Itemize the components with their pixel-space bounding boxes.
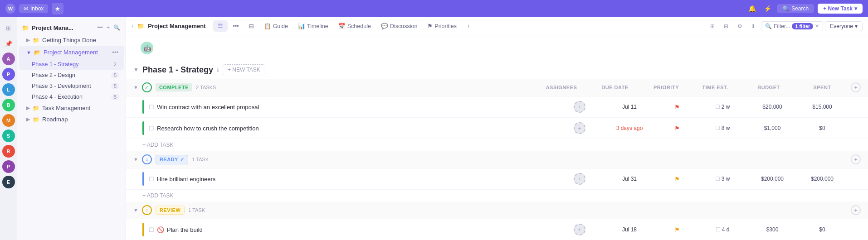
row-indicator: [142, 121, 144, 135]
bell-icon[interactable]: 🔔: [746, 3, 758, 14]
warning-icon: 🚫: [157, 226, 164, 233]
avatar-e[interactable]: E: [2, 176, 15, 188]
avatar-b[interactable]: B: [2, 99, 15, 111]
sidebar-item-phase3[interactable]: Phase 3 - Development 5: [19, 81, 124, 91]
search-button[interactable]: 🔍 Search: [777, 4, 814, 13]
sidebar: 📁 Project Mana... ••• + 🔍 ▶ 📁 Getting Th…: [17, 17, 126, 240]
avatar-m[interactable]: M: [2, 114, 15, 127]
task-time: ☐ 2 w: [697, 104, 747, 110]
search-sidebar-icon[interactable]: 🔍: [112, 24, 121, 32]
group-toggle[interactable]: ▼: [133, 85, 138, 90]
phase-info-icon[interactable]: ℹ: [217, 67, 219, 73]
breadcrumb-back-icon[interactable]: ‹: [132, 23, 133, 29]
checkbox-icon[interactable]: ☐: [149, 176, 154, 182]
filter-box[interactable]: 🔍 Filter... 1 filter ✕: [761, 21, 823, 31]
sidebar-item-roadmap[interactable]: ▶ 📁 Roadmap: [19, 114, 124, 125]
tab-schedule[interactable]: 📅 Schedule: [334, 20, 375, 32]
assignee-add[interactable]: +: [574, 122, 585, 134]
status-badge-review[interactable]: REVIEW: [156, 206, 185, 215]
tab-columns[interactable]: ⊟: [244, 20, 258, 32]
filter-close-icon[interactable]: ✕: [815, 23, 819, 29]
task-content: 🤖 ▼ Phase 1 - Strategy ℹ + NEW TASK ▼ ✓ …: [126, 35, 868, 240]
checkbox-icon[interactable]: ☐: [149, 104, 154, 110]
sidebar-item-project-management[interactable]: ▼ 📂 Project Management •••: [19, 46, 124, 59]
sidebar-item-getting-things-done[interactable]: ▶ 📁 Getting Things Done: [19, 34, 124, 46]
row-indicator: [142, 223, 144, 236]
columns-action-icon[interactable]: ⊟: [720, 20, 732, 32]
task-spent: $0: [797, 125, 847, 131]
breadcrumb-bar: ‹ 📁 Project Management ☰ ••• ⊟ 📋 Guide: [126, 17, 868, 35]
row-indicator: [142, 100, 144, 114]
avatar-a[interactable]: A: [2, 53, 15, 65]
assignee-add[interactable]: +: [574, 224, 585, 235]
folder-open-icon: ▼: [26, 50, 31, 55]
tab-dots[interactable]: •••: [229, 21, 244, 32]
export-icon[interactable]: ⬇: [747, 20, 759, 32]
task-spent: $0: [797, 226, 847, 233]
add-row-button[interactable]: +: [851, 154, 861, 164]
sidebar-item-phase2[interactable]: Phase 2 - Design 5: [19, 70, 124, 81]
avatar-s[interactable]: S: [2, 130, 15, 142]
checkbox-icon[interactable]: ☐: [149, 226, 154, 233]
ellipsis-icon[interactable]: •••: [96, 24, 104, 32]
col-time-est: TIME EST.: [690, 85, 740, 90]
new-task-button[interactable]: + New Task ▾: [818, 4, 863, 14]
assignee-add[interactable]: +: [574, 101, 585, 113]
task-spent: $200,000: [797, 176, 847, 182]
group-toggle[interactable]: ▼: [133, 157, 138, 162]
table-row: ☐ Win contract with an excellent proposa…: [126, 96, 868, 118]
checkbox-icon[interactable]: ☐: [149, 125, 154, 132]
check-icon: ✓: [145, 85, 149, 91]
tab-list[interactable]: ☰: [213, 20, 228, 32]
avatar-p[interactable]: P: [2, 68, 15, 81]
review-label: REVIEW: [160, 207, 180, 213]
tab-timeline[interactable]: 📊 Timeline: [293, 20, 333, 32]
add-row-button[interactable]: +: [851, 82, 861, 92]
sidebar-item-phase1[interactable]: Phase 1 - Strategy 2: [19, 59, 124, 70]
add-row-button[interactable]: +: [851, 205, 861, 215]
phase-toggle[interactable]: ▼: [133, 67, 139, 73]
avatar-r[interactable]: R: [2, 145, 15, 158]
star-button[interactable]: ★: [52, 3, 63, 14]
status-badge-ready[interactable]: READY ✓: [156, 155, 189, 164]
sidebar-item-ellipsis[interactable]: •••: [111, 48, 119, 57]
flag-yellow-icon[interactable]: ⚑: [674, 176, 680, 182]
assignee-add[interactable]: +: [574, 173, 585, 185]
sidebar-item-task-management[interactable]: ▶ 📁 Task Management: [19, 102, 124, 114]
task-name-label: Win contract with an excellent proposal: [157, 104, 259, 110]
sidebar-item-count: 5: [111, 83, 119, 89]
task-due-overdue: 3 days ago: [602, 125, 657, 131]
sidebar-header: 📁 Project Mana... ••• + 🔍: [17, 21, 126, 34]
grid-icon[interactable]: ⊞: [2, 22, 15, 34]
new-task-phase-button[interactable]: + NEW TASK: [223, 64, 265, 75]
bolt-icon[interactable]: ⚡: [761, 3, 773, 14]
add-task-ready[interactable]: + ADD TASK: [126, 190, 868, 202]
avatar-l[interactable]: L: [2, 83, 15, 96]
pin-icon[interactable]: 📌: [2, 37, 15, 50]
group-toggle[interactable]: ▼: [133, 207, 138, 213]
flag-yellow-icon[interactable]: ⚑: [674, 226, 680, 233]
add-task-complete[interactable]: + ADD TASK: [126, 139, 868, 151]
tab-priorities[interactable]: ⚑ Priorities: [423, 20, 461, 32]
add-icon[interactable]: +: [106, 24, 111, 32]
settings-icon[interactable]: ⚙: [734, 20, 746, 32]
columns-icon: ⊟: [249, 23, 254, 29]
priorities-icon: ⚑: [427, 23, 433, 29]
sidebar-item-phase4[interactable]: Phase 4 - Execution 5: [19, 91, 124, 102]
dropdown-icon: ▾: [854, 5, 857, 12]
tab-add[interactable]: +: [462, 21, 474, 32]
avatar-p2[interactable]: P: [2, 160, 15, 173]
spent-label: $200,000: [811, 176, 834, 182]
flag-red-icon[interactable]: ⚑: [674, 104, 680, 110]
status-badge-complete[interactable]: COMPLETE: [156, 83, 192, 91]
tab-discussion[interactable]: 💬 Discussion: [376, 20, 422, 32]
tab-guide[interactable]: 📋 Guide: [259, 20, 293, 32]
table-row: ☐ Hire brilliant engineers + Jul 31 ⚑ ☐ …: [126, 168, 868, 190]
logo[interactable]: W: [5, 4, 15, 14]
flag-red-icon[interactable]: ⚑: [674, 125, 680, 132]
inbox-button[interactable]: ✉ Inbox: [19, 4, 48, 13]
checkbox-sm: ☐: [716, 226, 721, 233]
group-icon[interactable]: ⊞: [707, 20, 718, 32]
new-task-phase-label: + NEW TASK: [228, 67, 260, 73]
everyone-button[interactable]: Everyone ▾: [825, 21, 863, 31]
